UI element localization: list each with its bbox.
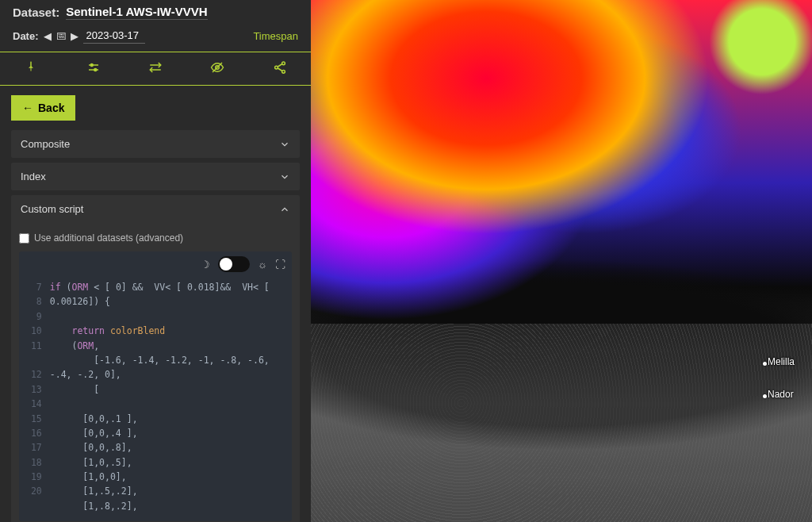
custom-script-body: Use additional datasets (advanced) ☽ ☼ ⛶… [11,223,300,522]
map-terrain [311,324,812,522]
custom-script-panel: Custom script Use additional datasets (a… [11,195,300,522]
dataset-row: Dataset: Sentinel-1 AWS-IW-VVVH [0,0,311,23]
line-gutter: 7 8 9 10 11 12 13 14 15 16 17 18 19 20 [25,280,50,513]
map-label-nador: Nador [768,389,794,400]
custom-script-header[interactable]: Custom script [11,195,300,223]
index-header[interactable]: Index [11,163,300,190]
calendar-icon[interactable]: 📅︎ [53,29,69,42]
dataset-value[interactable]: Sentinel-1 AWS-IW-VVVH [66,5,207,20]
code-block: 7 8 9 10 11 12 13 14 15 16 17 18 19 20 i… [19,251,292,521]
advanced-checkbox-row[interactable]: Use additional datasets (advanced) [19,228,292,251]
svg-rect-0 [31,67,32,71]
back-label: Back [38,102,64,114]
compare-button[interactable] [124,52,186,85]
custom-script-label: Custom script [21,203,83,215]
arrow-left-icon: ← [22,102,33,114]
date-input[interactable] [83,28,145,44]
code-editor[interactable]: ☽ ☼ ⛶ 7 8 9 10 11 12 13 14 15 16 17 18 1… [19,251,292,521]
index-panel: Index [11,163,300,190]
expand-icon[interactable]: ⛶ [275,259,285,271]
date-prev-icon[interactable]: ◀ [44,30,52,42]
index-label: Index [21,171,46,182]
chevron-down-icon [279,171,290,182]
theme-toggle[interactable] [218,256,250,272]
chevron-up-icon [279,204,290,215]
code-tools: ☽ ☼ ⛶ [201,256,285,272]
date-nav: ◀ 📅︎ ▶ [44,29,79,42]
chevron-down-icon [279,139,290,150]
share-button[interactable] [249,52,311,85]
timespan-link[interactable]: Timespan [253,30,298,42]
map-dot-melilla [763,362,767,366]
moon-icon: ☽ [201,259,210,271]
sliders-button[interactable] [62,52,124,85]
svg-line-12 [278,64,282,67]
svg-point-3 [90,64,93,67]
code-lines[interactable]: if (ORM < [ 0] && VV< [ 0.018]&& VH< [ 0… [50,280,285,513]
map-view[interactable]: Melilla Nador Berkane Maghnia [311,0,812,522]
date-next-icon[interactable]: ▶ [71,30,79,42]
composite-label: Composite [21,138,70,150]
date-label: Date: [13,30,39,42]
pin-button[interactable] [0,52,62,85]
svg-point-4 [94,69,96,71]
sidebar: Dataset: Sentinel-1 AWS-IW-VVVH Date: ◀ … [0,0,311,522]
map-label-melilla: Melilla [768,356,795,367]
composite-panel: Composite [11,130,300,158]
toolbar [0,52,311,86]
back-button[interactable]: ← Back [11,95,75,121]
svg-line-13 [278,68,282,71]
date-row: Date: ◀ 📅︎ ▶ Timespan [0,23,311,52]
composite-header[interactable]: Composite [11,130,300,158]
advanced-checkbox[interactable] [19,233,29,244]
content-area: ← Back Composite Index Custom script [0,86,311,522]
sun-icon: ☼ [258,259,267,271]
advanced-checkbox-label: Use additional datasets (advanced) [34,232,183,244]
dataset-label: Dataset: [13,6,59,19]
map-dot-nador [763,394,767,398]
visibility-button[interactable] [186,52,248,85]
